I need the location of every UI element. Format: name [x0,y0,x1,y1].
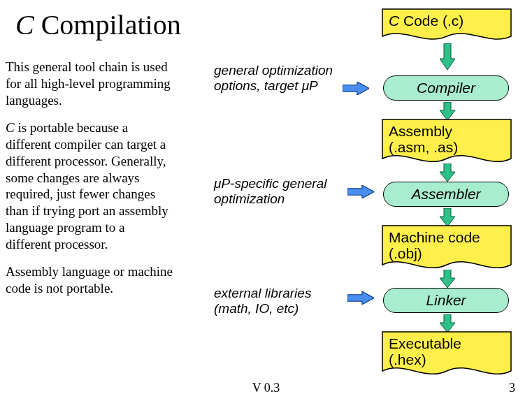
arrow-down-1 [440,43,455,67]
annot1-line2a: options, target [214,78,302,93]
box-linker: Linker [383,288,509,313]
compiler-label: Compiler [417,80,475,96]
assembly-line2: (.asm, .as) [389,139,458,155]
annot3-line1: external libraries [214,286,311,300]
svg-marker-6 [440,208,455,226]
annot2-line2: optimization [214,191,285,206]
exec-line2: (.hex) [389,351,426,367]
exec-line1: Executable [389,335,461,351]
arrow-to-linker [347,291,374,305]
annot2-line1a: μP [214,176,230,191]
svg-marker-8 [440,314,455,333]
svg-marker-3 [440,43,455,70]
para2-rest: is portable because a different compiler… [6,120,168,251]
linker-label: Linker [426,292,466,308]
svg-marker-5 [440,163,455,182]
paragraph-2: C is portable because a different compil… [6,119,173,252]
c-code-c: C [389,13,399,29]
arrow-to-compiler [343,82,369,96]
paragraph-3: Assembly language or machine code is not… [6,263,173,297]
annotation-compiler-options: general optimization options, target μP [214,63,333,94]
svg-marker-4 [440,102,455,120]
box-c-code-label: C Code (.c) [382,8,512,38]
box-compiler: Compiler [383,75,509,101]
machine-line1: Machine code [389,229,480,245]
title-rest: Compilation [34,9,181,41]
svg-marker-1 [347,185,374,198]
box-machine-code-label: Machine code (.obj) [382,225,512,271]
annot3-line2: (math, IO, etc) [214,301,299,316]
annot2-line1b: -specific general [230,176,326,191]
svg-marker-0 [343,82,369,95]
c-code-rest: Code (.c) [399,13,463,29]
box-assembly-label: Assembly (.asm, .as) [382,119,512,165]
box-executable-label: Executable (.hex) [382,331,512,377]
assembly-line1: Assembly [389,123,452,139]
annot1-line1: general optimization [214,63,333,78]
machine-line2: (.obj) [389,245,422,261]
slide-title: C Compilation [15,8,181,41]
title-c-italic: C [15,9,34,41]
annot1-line2b: μP [302,78,318,93]
box-assembler: Assembler [383,182,509,207]
paragraph-1: This general tool chain is used for all … [6,59,173,108]
box-executable: Executable (.hex) [382,331,512,380]
svg-marker-2 [347,291,374,305]
annotation-assembler-optimization: μP-specific general optimization [214,176,326,207]
slide: C Compilation This general tool chain is… [0,0,532,401]
annotation-linker-libraries: external libraries (math, IO, etc) [214,286,311,316]
svg-marker-7 [440,270,455,288]
arrow-to-assembler [347,185,374,199]
para2-c-italic: C [6,120,15,135]
box-machine-code: Machine code (.obj) [382,225,512,274]
flowchart: general optimization options, target μP … [210,8,524,386]
box-assembly: Assembly (.asm, .as) [382,119,512,168]
body-text: This general tool chain is used for all … [6,59,173,308]
assembler-label: Assembler [411,186,480,202]
box-c-code: C Code (.c) [382,8,512,45]
